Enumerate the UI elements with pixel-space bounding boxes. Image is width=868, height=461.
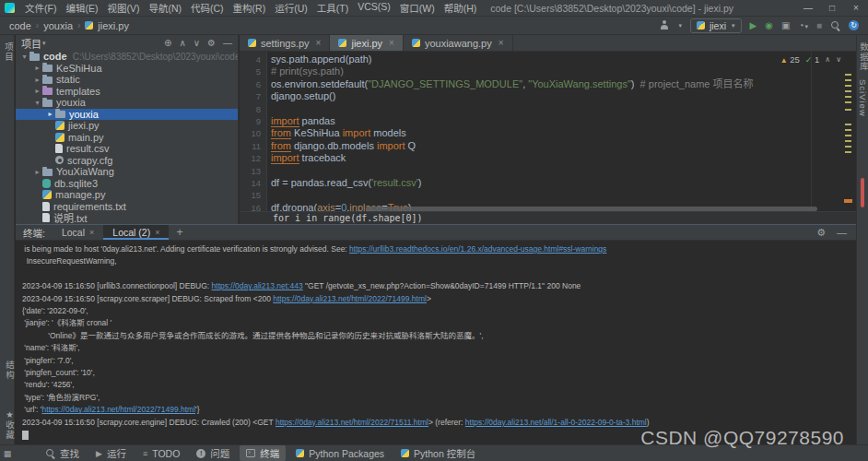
cfg-icon bbox=[55, 156, 64, 164]
file-icon bbox=[42, 202, 50, 211]
close-icon[interactable]: × bbox=[389, 38, 394, 48]
tree-item[interactable]: jiexi.py bbox=[16, 120, 238, 132]
tree-item[interactable]: ▾youxia bbox=[16, 97, 238, 109]
folder-icon bbox=[42, 65, 53, 72]
project-panel-title[interactable]: 项目 bbox=[21, 36, 41, 51]
menu-item[interactable]: 导航(N) bbox=[144, 1, 186, 15]
tree-item[interactable]: main.py bbox=[16, 132, 238, 144]
close-icon[interactable]: × bbox=[316, 38, 322, 48]
collapse-all-icon[interactable]: ∨ bbox=[194, 38, 200, 48]
prev-issue-icon[interactable]: ∧ bbox=[825, 55, 830, 64]
tool-stripe-favorites[interactable]: ★收藏 bbox=[3, 409, 16, 440]
tool-window-button-运行[interactable]: ▶运行 bbox=[89, 445, 133, 461]
tree-item[interactable]: 说明.txt bbox=[16, 212, 238, 224]
tool-window-button-问题[interactable]: 问题 bbox=[190, 445, 236, 461]
tool-stripe-database[interactable]: 数据库 bbox=[857, 42, 868, 72]
console-line bbox=[22, 268, 856, 280]
terminal-output[interactable]: is being made to host '0day.ali213.net'.… bbox=[16, 241, 856, 444]
expand-all-icon[interactable]: ∧ bbox=[179, 38, 185, 48]
console-text: 'jianjie': '《科洛斯 cronal ' bbox=[22, 318, 111, 327]
close-icon[interactable]: × bbox=[155, 228, 159, 237]
code-line: django.setup() bbox=[271, 90, 856, 102]
tool-window-button-终端[interactable]: 终端 bbox=[240, 445, 286, 461]
menu-item[interactable]: 工具(T) bbox=[312, 1, 353, 15]
menu-item[interactable]: 编辑(E) bbox=[61, 1, 102, 15]
gear-icon[interactable]: ⚙ bbox=[207, 38, 216, 48]
terminal-tab[interactable]: Local× bbox=[53, 225, 103, 240]
minimize-button[interactable]: — bbox=[796, 3, 820, 13]
console-link[interactable]: https://0day.ali213.net/html/2022/71511.… bbox=[276, 418, 428, 427]
profiler-button[interactable]: ◔▾ bbox=[798, 21, 808, 30]
close-icon[interactable]: × bbox=[89, 228, 94, 237]
tool-window-button-python-控制台[interactable]: Python 控制台 bbox=[394, 445, 482, 461]
tree-item[interactable]: ▸static bbox=[16, 74, 238, 86]
inspections-widget[interactable]: ▲ 25 ✓ 1 ∧ ∨ bbox=[780, 54, 841, 65]
py-icon bbox=[42, 190, 52, 199]
stop-button[interactable]: ■ bbox=[816, 21, 822, 30]
line-number: 15 bbox=[240, 189, 261, 201]
gear-icon[interactable]: ⚙ bbox=[816, 227, 826, 239]
terminal-tab[interactable]: Local (2)× bbox=[103, 225, 169, 240]
console-link[interactable]: https://0day.ali213.net/html/2022/71499.… bbox=[41, 405, 195, 414]
python-icon bbox=[401, 449, 409, 457]
menu-item[interactable]: 窗口(W) bbox=[395, 1, 440, 15]
editor-tab[interactable]: youxiawang.py× bbox=[404, 35, 513, 51]
locate-icon[interactable]: ⊕ bbox=[164, 38, 171, 48]
editor-tab[interactable]: jiexi.py× bbox=[330, 35, 403, 51]
menu-item[interactable]: 文件(F) bbox=[20, 1, 61, 15]
next-issue-icon[interactable]: ∨ bbox=[836, 55, 841, 64]
menu-item[interactable]: 帮助(H) bbox=[440, 1, 482, 15]
scrollbar-mark bbox=[845, 135, 851, 136]
tool-window-button-查找[interactable]: 查找 bbox=[39, 445, 86, 461]
tree-item[interactable]: result.csv bbox=[16, 143, 238, 155]
editor-tab[interactable]: settings.py× bbox=[240, 35, 330, 51]
tool-window-button-python-packages[interactable]: Python Packages bbox=[289, 447, 391, 460]
tool-windows-icon[interactable]: ▦ bbox=[0, 449, 15, 458]
search-everywhere-icon[interactable] bbox=[830, 20, 840, 30]
new-terminal-tab-button[interactable]: + bbox=[169, 225, 190, 240]
menu-item[interactable]: 运行(U) bbox=[270, 1, 312, 15]
chevron-down-icon: ▾ bbox=[678, 22, 682, 30]
tool-stripe-project[interactable]: 项目 bbox=[2, 42, 15, 62]
code-area[interactable]: sys.path.append(path)# print(sys.path)os… bbox=[271, 52, 856, 211]
breadcrumb-item[interactable]: jiexi.py bbox=[98, 20, 129, 31]
run-config-selector[interactable]: jiexi ▾ bbox=[690, 18, 742, 33]
debug-button[interactable]: ◉ bbox=[765, 21, 773, 30]
menu-item[interactable]: 重构(R) bbox=[229, 1, 271, 15]
menu-item[interactable]: 代码(C) bbox=[186, 1, 229, 15]
coverage-button[interactable]: ▣ bbox=[781, 21, 790, 30]
console-link[interactable]: https://0day.ali213.net/all/1-all-0-2022… bbox=[465, 418, 647, 427]
tree-item[interactable]: ▾codeC:\Users\83852\Desktop\2023youxi\co… bbox=[16, 51, 238, 63]
breadcrumb-item[interactable]: youxia bbox=[43, 20, 73, 31]
console-link[interactable]: https://urllib3.readthedocs.io/en/1.26.x… bbox=[349, 244, 606, 254]
run-button[interactable]: ▶ bbox=[750, 21, 757, 30]
editor-tab-label: youxiawang.py bbox=[425, 38, 492, 49]
close-icon[interactable]: × bbox=[499, 38, 504, 48]
tree-item[interactable]: ▸YouXiaWang bbox=[16, 166, 238, 178]
user-icon[interactable] bbox=[659, 20, 669, 30]
update-icon[interactable]: ↻ bbox=[849, 20, 859, 30]
tool-stripe-structure[interactable]: 结构 bbox=[3, 361, 16, 380]
tree-item[interactable]: ▸youxia bbox=[16, 109, 238, 121]
breadcrumb-item[interactable]: code bbox=[9, 20, 31, 31]
console-link[interactable]: https://0day.ali213.net/html/2022/71499.… bbox=[273, 294, 427, 303]
tree-item[interactable]: db.sqlite3 bbox=[16, 178, 238, 190]
tree-item[interactable]: scrapy.cfg bbox=[16, 155, 238, 167]
console-text: > bbox=[427, 294, 431, 303]
scrollbar-mark bbox=[845, 85, 851, 87]
tool-stripe-sciview[interactable]: SciView bbox=[858, 79, 868, 117]
hide-panel-icon[interactable]: — bbox=[837, 227, 847, 238]
scrollbar-mark bbox=[845, 124, 851, 125]
terminal-cursor[interactable] bbox=[22, 431, 29, 440]
maximize-button[interactable]: □ bbox=[820, 3, 844, 13]
menu-item[interactable]: VCS(S) bbox=[353, 1, 395, 15]
tree-item[interactable]: ▸templates bbox=[16, 86, 238, 98]
console-link[interactable]: https://0day.ali213.net:443 bbox=[212, 281, 303, 290]
menu-item[interactable]: 视图(V) bbox=[102, 1, 144, 15]
tree-item[interactable]: requirements.txt bbox=[16, 201, 238, 213]
tree-item[interactable]: ▸KeShiHua bbox=[16, 63, 238, 75]
hide-panel-icon[interactable]: — bbox=[223, 38, 232, 48]
tool-window-button-todo[interactable]: ≡TODO bbox=[136, 447, 186, 460]
close-button[interactable]: × bbox=[844, 3, 868, 13]
tree-item[interactable]: manage.py bbox=[16, 189, 238, 201]
